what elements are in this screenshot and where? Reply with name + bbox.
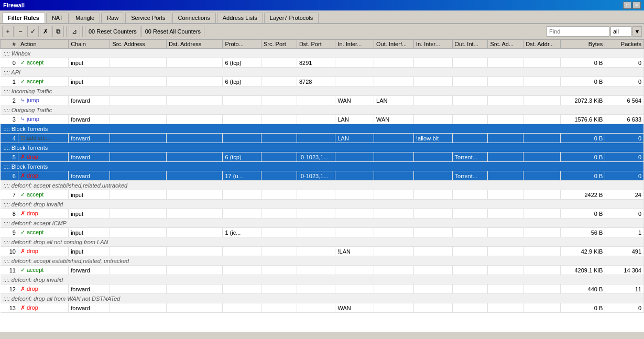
- copy-button[interactable]: ⧉: [52, 26, 64, 37]
- table-row[interactable]: 10✗dropinput!LAN42.9 KiB491: [1, 247, 644, 256]
- enable-button[interactable]: ✓: [27, 26, 39, 37]
- cell-action: ✗drop: [18, 285, 68, 294]
- cell-action: ⊞add src...: [18, 134, 68, 143]
- table-header-row: # Action Chain Src. Address Dst. Address…: [1, 40, 644, 49]
- table-row[interactable]: :::: defconf: drop all from WAN not DSTN…: [1, 294, 644, 303]
- cell-proto: [223, 134, 261, 143]
- tab-mangle[interactable]: Mangle: [70, 13, 100, 23]
- cell-num: 6: [1, 171, 18, 181]
- col-header-dst-addr2[interactable]: Dst. Addr...: [523, 40, 561, 49]
- table-row[interactable]: 9✓acceptinput1 (ic...56 B1: [1, 228, 644, 237]
- cell-src-address: [110, 209, 167, 218]
- table-row[interactable]: :::: defconf: accept established,related…: [1, 181, 644, 190]
- col-header-src-address[interactable]: Src. Address: [110, 40, 167, 49]
- table-row[interactable]: 0✓acceptinput6 (tcp)82910 B0: [1, 58, 644, 68]
- restore-button[interactable]: ◻: [623, 2, 631, 9]
- search-dropdown-button[interactable]: ▼: [632, 26, 642, 37]
- cell-action: ✓accept: [18, 77, 68, 86]
- table-row[interactable]: :::: defconf: drop invalid: [1, 200, 644, 209]
- table-row[interactable]: 5✗dropforward6 (tcp)!0-1023,1...Torrent.…: [1, 152, 644, 162]
- cell-out-int: [452, 285, 488, 294]
- tab-filter-rules[interactable]: Filter Rules: [2, 13, 45, 23]
- disable-button[interactable]: ✗: [40, 26, 51, 37]
- table-row[interactable]: :::: API: [1, 68, 644, 77]
- table-row[interactable]: :::: defconf: drop invalid: [1, 275, 644, 285]
- table-row[interactable]: :::: defconf: accept established,related…: [1, 256, 644, 266]
- table-row[interactable]: 1✓acceptinput6 (tcp)87280 B0: [1, 77, 644, 86]
- tab-service-ports[interactable]: Service Ports: [125, 13, 171, 23]
- col-header-dst-port[interactable]: Dst. Port: [297, 40, 335, 49]
- col-header-num[interactable]: #: [1, 40, 18, 49]
- add-button[interactable]: +: [2, 26, 14, 37]
- cell-num: 12: [1, 285, 18, 294]
- table-row[interactable]: 7✓acceptinput2422 B24: [1, 190, 644, 200]
- col-header-dst-address[interactable]: Dst. Address: [166, 40, 223, 49]
- table-row[interactable]: :::: defconf: accept ICMP: [1, 218, 644, 228]
- cell-dst-port: [297, 285, 335, 294]
- cell-out-iface: [374, 152, 414, 162]
- cell-out-int: [452, 134, 488, 143]
- table-row[interactable]: :::: Incoming Traffic: [1, 86, 644, 96]
- tab-raw[interactable]: Raw: [101, 13, 124, 23]
- tab-nat[interactable]: NAT: [46, 13, 69, 23]
- col-header-in-inter[interactable]: In. Inter...: [413, 40, 452, 49]
- table-row[interactable]: :::: defconf: drop all not coming from L…: [1, 237, 644, 247]
- cell-dst-addr2: [523, 134, 561, 143]
- tab-layer7[interactable]: Layer7 Protocols: [264, 13, 319, 23]
- cell-src-address: [110, 303, 167, 313]
- col-header-proto[interactable]: Proto...: [223, 40, 261, 49]
- cell-bytes: 0 B: [561, 77, 605, 86]
- cell-src-ad: [488, 303, 523, 313]
- cell-action: ✗drop: [18, 303, 68, 313]
- cell-packets: 6 633: [605, 115, 644, 124]
- remove-button[interactable]: −: [15, 26, 26, 37]
- cell-chain: forward: [69, 285, 110, 294]
- reset-all-counters-button[interactable]: 00 Reset All Counters: [141, 26, 204, 37]
- table-row[interactable]: :::: Outgoing Traffic: [1, 105, 644, 115]
- table-row[interactable]: :::: Block Torrents: [1, 124, 644, 134]
- table-row[interactable]: 11✓acceptforward4209.1 KiB14 304: [1, 266, 644, 275]
- table-row[interactable]: :::: Winbox: [1, 49, 644, 58]
- table-row[interactable]: 8✗dropinput0 B0: [1, 209, 644, 218]
- table-row[interactable]: :::: Block Torrents: [1, 143, 644, 152]
- cell-src-ad: [488, 266, 523, 275]
- search-scope-input[interactable]: [610, 26, 631, 37]
- cell-dst-addr2: [523, 171, 561, 181]
- cell-out-iface: [374, 303, 414, 313]
- cell-in-inter: [413, 190, 452, 200]
- table-row[interactable]: 3⤷jumpforwardLANWAN1576.6 KiB6 633: [1, 115, 644, 124]
- cell-packets: 0: [605, 77, 644, 86]
- col-header-src-port[interactable]: Src. Port: [261, 40, 297, 49]
- tab-address-lists[interactable]: Address Lists: [217, 13, 263, 23]
- table-row[interactable]: 13✗dropforwardWAN0 B0: [1, 303, 644, 313]
- table-row[interactable]: 6✗dropforward17 (u...!0-1023,1...Torrent…: [1, 171, 644, 181]
- table-row[interactable]: 12✗dropforward440 B11: [1, 285, 644, 294]
- table-row[interactable]: 4⊞add src...forwardLAN!allow-bit0 B0: [1, 134, 644, 143]
- cell-chain: forward: [69, 171, 110, 181]
- cell-src-port: [261, 58, 297, 68]
- search-input[interactable]: [547, 26, 609, 37]
- col-header-out-iface[interactable]: Out. Interf...: [374, 40, 414, 49]
- cell-proto: [223, 209, 261, 218]
- cell-chain: input: [69, 190, 110, 200]
- table-row[interactable]: :::: Block Torrents: [1, 162, 644, 171]
- reset-counters-button[interactable]: 00 Reset Counters: [85, 26, 140, 37]
- tab-connections[interactable]: Connections: [172, 13, 216, 23]
- table-row[interactable]: 2⤷jumpforwardWANLAN2072.3 KiB6 564: [1, 96, 644, 105]
- cell-num: 13: [1, 303, 18, 313]
- col-header-action[interactable]: Action: [18, 40, 68, 49]
- filter-button[interactable]: ⊿: [69, 26, 80, 37]
- cell-dst-address: [166, 77, 223, 86]
- col-header-src-ad[interactable]: Src. Ad...: [488, 40, 523, 49]
- col-header-bytes[interactable]: Bytes: [561, 40, 605, 49]
- rules-table-container[interactable]: # Action Chain Src. Address Dst. Address…: [0, 39, 644, 332]
- col-header-in-iface[interactable]: In. Inter...: [335, 40, 374, 49]
- col-header-chain[interactable]: Chain: [69, 40, 110, 49]
- cell-dst-address: [166, 190, 223, 200]
- col-header-packets[interactable]: Packets: [605, 40, 644, 49]
- cell-src-port: [261, 285, 297, 294]
- cell-chain: forward: [69, 115, 110, 124]
- cell-dst-addr2: [523, 228, 561, 237]
- close-button[interactable]: ✕: [632, 2, 641, 9]
- col-header-out-int[interactable]: Out. Int...: [452, 40, 488, 49]
